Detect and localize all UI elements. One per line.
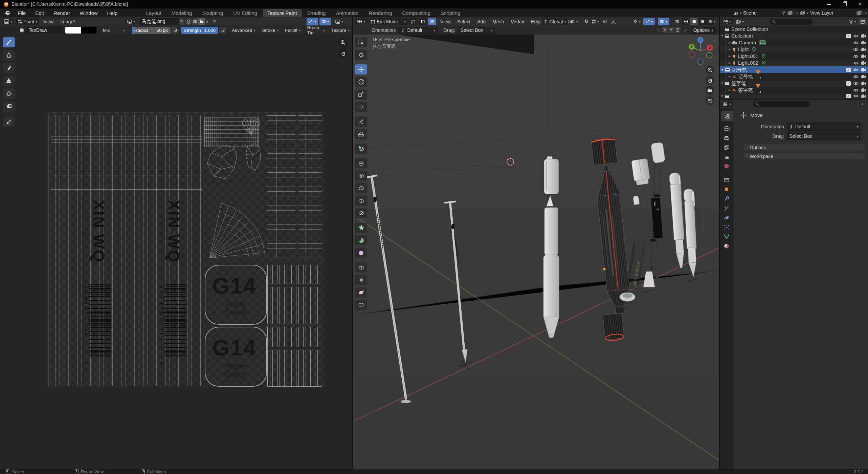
disable-render-camera-icon[interactable] — [861, 47, 866, 51]
outliner-row-light-001[interactable]: ► Light.001 — [720, 53, 868, 60]
tool-fill-button[interactable] — [3, 89, 15, 99]
tab-physics[interactable] — [720, 213, 733, 223]
outliner-row-light[interactable]: ► Light — [720, 46, 868, 53]
unlink-image-icon[interactable]: × — [206, 19, 209, 24]
snap-settings-dropdown[interactable]: ▾ — [590, 19, 601, 24]
cursor-3d[interactable] — [505, 156, 516, 167]
vp-gizmos-toggle[interactable]: ▾ — [643, 18, 655, 25]
vp-menu-select[interactable]: Select — [454, 18, 473, 25]
radius-slider[interactable]: Radius 50 px — [132, 27, 171, 34]
outliner-row-pen-object[interactable]: ► 签字笔 4 — [720, 87, 868, 93]
mirror-z-button[interactable]: Z — [675, 27, 681, 33]
transform-orientation-dropdown[interactable]: Global ▾ — [541, 18, 568, 25]
collection-checkbox[interactable]: ✓ — [846, 34, 851, 38]
brush-name-field[interactable]: TexDraw — [26, 27, 63, 34]
object-visibility-dropdown[interactable]: ▾ — [631, 19, 643, 24]
mode-dropdown[interactable]: Edit Mode ▾ — [369, 18, 408, 25]
hide-eye-icon[interactable] — [853, 48, 859, 51]
color-swatches[interactable] — [65, 27, 96, 34]
xray-toggle[interactable] — [673, 19, 681, 24]
vp-menu-add[interactable]: Add — [474, 18, 488, 25]
paint-mode-dropdown[interactable]: Paint ▾ — [16, 18, 39, 25]
tab-scene[interactable] — [720, 152, 733, 162]
marker-nib[interactable] — [633, 195, 639, 205]
light-data-icon[interactable] — [752, 47, 756, 52]
shading-material-button[interactable] — [698, 18, 706, 25]
scene-copy-icon[interactable] — [787, 11, 794, 15]
edge-select-button[interactable] — [419, 18, 427, 25]
vp-overlays-toggle[interactable]: ▾ — [658, 18, 669, 25]
tool-add-cube-button[interactable] — [355, 144, 367, 154]
disclosure-icon[interactable]: ► — [727, 61, 732, 65]
restore-button[interactable] — [837, 0, 852, 8]
tool-select-box-button[interactable] — [355, 37, 367, 47]
blend-mode-dropdown[interactable]: Mix▾ — [101, 27, 128, 34]
disclosure-icon[interactable]: ► — [727, 88, 732, 92]
falloff-popover[interactable]: Falloff▾ — [283, 27, 303, 34]
snap-base-icon[interactable] — [683, 28, 688, 32]
vp-camera-view-button[interactable] — [706, 86, 714, 95]
scene-unlink-icon[interactable]: × — [795, 10, 798, 16]
tool-shrink-fatten-button[interactable] — [355, 275, 367, 285]
editor-type-button[interactable]: ▾ — [2, 19, 14, 24]
outliner-search[interactable] — [770, 19, 813, 25]
options-dropdown[interactable]: Options▾ — [691, 27, 716, 34]
tool-annotate-button[interactable] — [355, 116, 367, 127]
outliner-filter-funnel[interactable]: ▾ — [847, 19, 858, 24]
disable-render-camera-icon[interactable] — [861, 34, 866, 38]
scene-selector[interactable]: ▾ Scene × — [732, 9, 800, 17]
browse-image-button[interactable]: ▾ — [125, 19, 137, 24]
prop-drag-dropdown[interactable]: Select Box ▾ — [787, 132, 861, 140]
light-data-icon[interactable] — [762, 61, 766, 65]
menu-edit[interactable]: Edit — [30, 10, 49, 16]
tool-annotate-button[interactable] — [3, 117, 15, 127]
properties-search[interactable] — [753, 101, 810, 107]
tab-modifiers[interactable] — [720, 194, 733, 204]
tab-shading[interactable]: Shading — [303, 9, 331, 17]
texture-popover[interactable]: Texture▾ — [329, 27, 352, 34]
prop-orientation-dropdown[interactable]: Default ▾ — [787, 123, 861, 131]
disable-render-camera-icon[interactable] — [861, 54, 866, 58]
tool-edge-slide-button[interactable] — [355, 262, 367, 273]
tab-collection-props[interactable] — [720, 175, 733, 185]
hide-eye-icon[interactable] — [853, 34, 859, 38]
view-layer-remove-icon[interactable]: × — [864, 10, 867, 16]
face-select-button[interactable] — [428, 18, 436, 25]
image-canvas[interactable]: XIN WQ MADE IN CHINA 1234567890 2 XIN WQ… — [0, 35, 352, 469]
image-display-dropdown[interactable]: ▾ — [333, 18, 345, 25]
tab-animation[interactable]: Animation — [331, 9, 363, 17]
disable-render-camera-icon[interactable] — [861, 94, 866, 98]
pen-signature-1[interactable] — [366, 175, 411, 403]
shading-wireframe-button[interactable] — [682, 18, 690, 25]
disable-render-camera-icon[interactable] — [861, 61, 866, 65]
tool-mask-button[interactable] — [3, 102, 15, 112]
hide-eye-icon[interactable] — [853, 61, 859, 65]
overlays-toggle[interactable]: ▾ — [319, 18, 331, 25]
collection-checkbox[interactable]: ✓ — [846, 94, 851, 98]
strength-slider[interactable]: Strength 1.000 — [181, 27, 218, 34]
mirror-y-button[interactable]: Y — [668, 27, 674, 33]
proportional-falloff-icon[interactable] — [608, 19, 618, 24]
properties-editor-type-button[interactable]: ▾ — [721, 101, 733, 107]
tab-object-data[interactable] — [720, 232, 733, 242]
tool-smooth-button[interactable] — [355, 248, 367, 258]
radius-pressure-icon[interactable] — [172, 27, 178, 34]
image-menu-image[interactable]: Image* — [58, 18, 78, 25]
sidebar-collapse-arrow[interactable]: ‹ — [714, 39, 715, 44]
pen-gel-1[interactable] — [669, 172, 687, 268]
disclosure-icon[interactable]: ► — [727, 75, 732, 78]
tab-view-layer[interactable] — [720, 142, 733, 152]
workspace-panel-header[interactable]: ›Workspace∷∷ — [744, 153, 865, 159]
properties-options-chevron[interactable]: ▾ — [862, 102, 863, 106]
tool-scale-button[interactable] — [355, 89, 367, 100]
new-image-copy-icon[interactable] — [192, 18, 198, 25]
new-collection-button[interactable] — [859, 18, 867, 25]
menu-window[interactable]: Window — [75, 10, 102, 16]
hide-eye-icon[interactable] — [853, 68, 859, 72]
outliner-row-clipped[interactable]: ▼ ✓ — [720, 93, 868, 99]
collection-checkbox[interactable]: ✓ — [846, 81, 851, 86]
tool-shear-button[interactable] — [355, 287, 367, 298]
gizmos-toggle[interactable]: ▾ — [307, 18, 318, 25]
hide-eye-icon[interactable] — [853, 41, 859, 45]
outliner-row-marker-collection[interactable]: ▼ 记号笔 ✓ — [720, 66, 868, 73]
